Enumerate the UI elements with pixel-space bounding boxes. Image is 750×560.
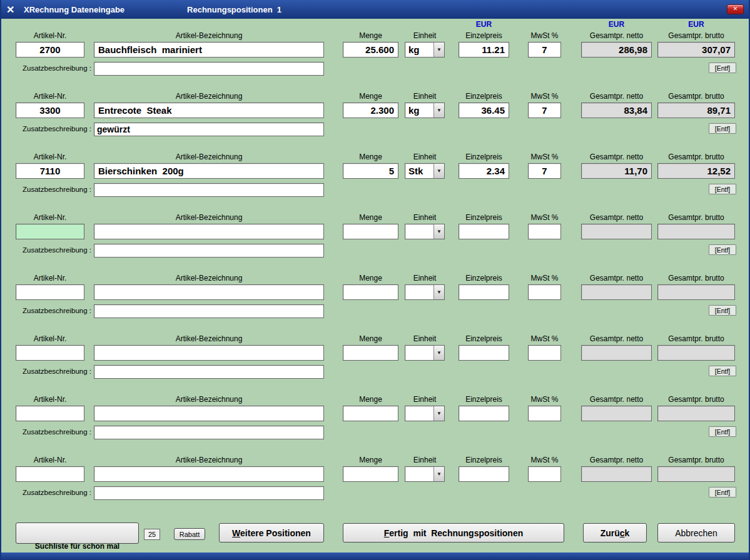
- entf-button[interactable]: [Entf]: [709, 487, 736, 498]
- artikel-nr-input[interactable]: [16, 345, 84, 361]
- zusatzbeschreibung-input[interactable]: [94, 304, 324, 318]
- artikel-nr-label: Artikel-Nr.: [16, 92, 84, 101]
- zusatzbeschreibung-input[interactable]: [94, 486, 324, 500]
- artikel-bezeichnung-input[interactable]: [94, 224, 324, 239]
- chevron-down-icon[interactable]: ▼: [433, 103, 444, 118]
- entf-button[interactable]: [Entf]: [709, 62, 736, 73]
- artikel-bezeichnung-input[interactable]: [94, 406, 324, 421]
- close-button[interactable]: ✕: [727, 4, 744, 14]
- zusatzbeschreibung-input[interactable]: [94, 62, 324, 76]
- chevron-down-icon[interactable]: ▼: [433, 224, 444, 239]
- einzelpreis-input[interactable]: [459, 42, 509, 58]
- entf-button[interactable]: [Entf]: [709, 123, 736, 134]
- mwst-input[interactable]: [528, 163, 561, 179]
- chevron-down-icon[interactable]: ▼: [433, 164, 444, 178]
- chevron-down-icon[interactable]: ▼: [433, 285, 444, 299]
- suchliste-button[interactable]: Suchliste für schon mal eingegebene Arti…: [16, 522, 139, 544]
- zurueck-button[interactable]: Zurück: [583, 523, 647, 542]
- zusatzbeschreibung-label: Zusatzbeschreibung :: [14, 368, 91, 375]
- weitere-key: W: [232, 528, 240, 538]
- weitere-positionen-button[interactable]: Weitere Positionen: [219, 523, 324, 542]
- einheit-select[interactable]: kg ▼: [405, 42, 445, 58]
- app-icon[interactable]: ✕: [6, 4, 19, 16]
- artikel-nr-input[interactable]: [16, 224, 84, 239]
- artikel-nr-input[interactable]: [16, 42, 84, 58]
- artikel-nr-input[interactable]: [16, 466, 84, 482]
- mwst-input[interactable]: [528, 42, 561, 58]
- entf-button[interactable]: [Entf]: [709, 305, 736, 316]
- artikel-nr-input[interactable]: [16, 406, 84, 421]
- zusatzbeschreibung-input[interactable]: [94, 365, 324, 379]
- artikel-bezeichnung-input[interactable]: [94, 163, 324, 179]
- einzelpreis-input[interactable]: [459, 345, 509, 361]
- entf-button[interactable]: [Entf]: [709, 184, 736, 194]
- einheit-select[interactable]: ▼: [405, 466, 445, 482]
- zusatzbeschreibung-input[interactable]: [94, 244, 324, 258]
- einzelpreis-input[interactable]: [459, 224, 509, 239]
- rabatt-button[interactable]: Rabatt: [174, 528, 205, 540]
- einheit-value: kg: [405, 42, 433, 57]
- einzelpreis-input[interactable]: [459, 102, 509, 118]
- entf-button[interactable]: [Entf]: [709, 426, 736, 437]
- menge-label: Menge: [343, 395, 398, 404]
- mwst-input[interactable]: [528, 102, 561, 118]
- mwst-label: MwSt %: [528, 152, 561, 161]
- menge-input[interactable]: [343, 224, 398, 239]
- einheit-value: kg: [405, 103, 433, 118]
- einzelpreis-label: Einzelpreis: [459, 456, 509, 464]
- mwst-label: MwSt %: [528, 456, 561, 464]
- gesamt-netto-field: [581, 406, 652, 421]
- abbrechen-button[interactable]: Abbrechen: [657, 523, 735, 542]
- einzelpreis-input[interactable]: [459, 466, 509, 482]
- mwst-input[interactable]: [528, 466, 561, 482]
- zurueck-key: c: [620, 528, 625, 538]
- einheit-select[interactable]: kg ▼: [405, 102, 445, 118]
- artikel-bezeichnung-input[interactable]: [94, 284, 324, 300]
- artikel-bezeichnung-label: Artikel-Bezeichnung: [94, 334, 324, 343]
- chevron-down-icon[interactable]: ▼: [433, 42, 444, 57]
- artikel-nr-label: Artikel-Nr.: [16, 152, 84, 161]
- chevron-down-icon[interactable]: ▼: [433, 467, 444, 481]
- artikel-bezeichnung-input[interactable]: [94, 345, 324, 361]
- mwst-input[interactable]: [528, 406, 561, 421]
- chevron-down-icon[interactable]: ▼: [433, 406, 444, 421]
- menge-input[interactable]: [343, 345, 398, 361]
- zusatzbeschreibung-input[interactable]: [94, 426, 324, 439]
- position-row: Artikel-Nr. Artikel-Bezeichnung Zusatzbe…: [1, 333, 749, 394]
- artikel-bezeichnung-input[interactable]: [94, 466, 324, 482]
- einheit-select[interactable]: ▼: [405, 284, 445, 300]
- zusatzbeschreibung-input[interactable]: [94, 122, 324, 136]
- count-field[interactable]: [144, 529, 160, 540]
- zusatzbeschreibung-input[interactable]: [94, 183, 324, 197]
- menge-input[interactable]: [343, 284, 398, 300]
- title-bar: ✕ XRechnung Dateneingabe Rechnungspositi…: [1, 0, 749, 19]
- fertig-button[interactable]: Fertig mit Rechnungspositionen: [343, 523, 564, 542]
- einzelpreis-input[interactable]: [459, 284, 509, 300]
- artikel-bezeichnung-input[interactable]: [94, 102, 324, 118]
- einheit-select[interactable]: ▼: [405, 224, 445, 239]
- menge-input[interactable]: [343, 163, 398, 179]
- menge-input[interactable]: [343, 102, 398, 118]
- position-row: Artikel-Nr. Artikel-Bezeichnung Zusatzbe…: [1, 91, 749, 151]
- chevron-down-icon[interactable]: ▼: [433, 346, 444, 360]
- artikel-nr-input[interactable]: [16, 102, 84, 118]
- menge-input[interactable]: [343, 42, 398, 58]
- mwst-input[interactable]: [528, 224, 561, 239]
- einzelpreis-label: Einzelpreis: [459, 334, 509, 343]
- artikel-nr-input[interactable]: [16, 163, 84, 179]
- menge-input[interactable]: [343, 406, 398, 421]
- mwst-input[interactable]: [528, 284, 561, 300]
- artikel-nr-input[interactable]: [16, 284, 84, 300]
- einheit-label: Einheit: [405, 395, 445, 404]
- einheit-select[interactable]: ▼: [405, 345, 445, 361]
- menge-label: Menge: [343, 274, 398, 282]
- entf-button[interactable]: [Entf]: [709, 366, 736, 376]
- einheit-select[interactable]: ▼: [405, 406, 445, 421]
- menge-input[interactable]: [343, 466, 398, 482]
- einheit-select[interactable]: Stk ▼: [405, 163, 445, 179]
- einzelpreis-input[interactable]: [459, 406, 509, 421]
- mwst-input[interactable]: [528, 345, 561, 361]
- artikel-bezeichnung-input[interactable]: [94, 42, 324, 58]
- einzelpreis-input[interactable]: [459, 163, 509, 179]
- entf-button[interactable]: [Entf]: [709, 244, 736, 255]
